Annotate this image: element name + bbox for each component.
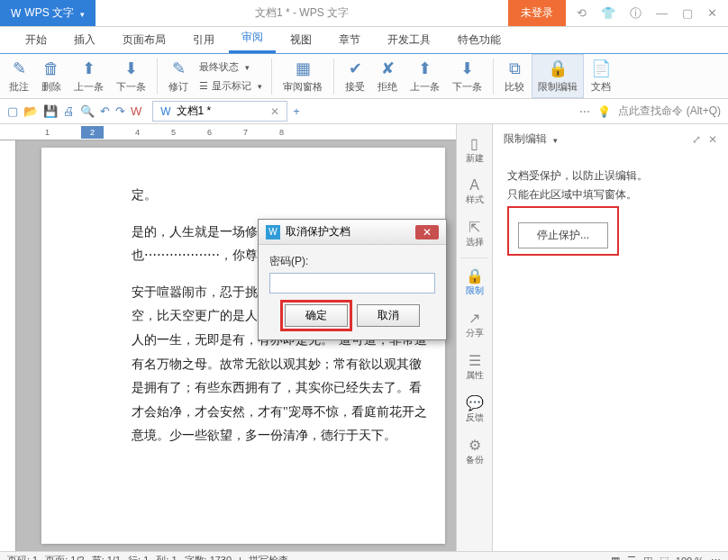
add-tab-icon[interactable]: + — [293, 104, 300, 118]
file-icon: ▯ — [470, 135, 478, 152]
btn-next[interactable]: ⬇下一条 — [111, 55, 151, 97]
doc-tab[interactable]: W 文档1 * ✕ — [152, 101, 287, 122]
reject-icon: ✘ — [381, 59, 395, 78]
side-restrict[interactable]: 🔒限制 — [457, 264, 492, 301]
dialog-close-button[interactable]: ✕ — [415, 225, 439, 239]
side-style[interactable]: A样式 — [457, 174, 492, 210]
show-marks-dropdown[interactable]: ☰显示标记 — [196, 77, 266, 95]
preview-icon[interactable]: 🔍 — [80, 104, 95, 118]
tab-start[interactable]: 开始 — [13, 27, 59, 53]
final-state-dropdown[interactable]: 最终状态 — [196, 59, 266, 76]
compare-icon: ⧉ — [509, 59, 521, 78]
btn-approve[interactable]: ✎批注 — [4, 55, 34, 97]
prev-icon: ⬆ — [82, 59, 96, 78]
ruler-horizontal[interactable]: 1 2 4 5 6 7 8 — [0, 124, 456, 140]
tab-insert[interactable]: 插入 — [61, 27, 108, 53]
side-feedback[interactable]: 💬反馈 — [457, 391, 492, 428]
redo-icon[interactable]: ↷ — [115, 104, 125, 118]
print-icon[interactable]: 🖨 — [63, 104, 75, 118]
status-spell[interactable]: 拼写检查 — [249, 554, 288, 560]
ruler-vertical[interactable] — [0, 140, 16, 551]
ok-button[interactable]: 确定 — [285, 304, 348, 327]
dialog-title-text: 取消保护文档 — [286, 224, 350, 239]
tab-view[interactable]: 视图 — [278, 27, 324, 53]
prev2-icon: ⬆ — [418, 59, 432, 78]
ribbon: ✎批注 🗑删除 ⬆上一条 ⬇下一条 ✎修订 最终状态 ☰显示标记 ▦审阅窗格 ✔… — [0, 54, 728, 99]
doc-tab-close-icon[interactable]: ✕ — [270, 105, 279, 118]
panel-expand-icon[interactable]: ⤢ — [692, 133, 701, 146]
login-button[interactable]: 未登录 — [508, 0, 566, 26]
comment-icon: ✎ — [13, 59, 26, 78]
tab-layout[interactable]: 页面布局 — [110, 27, 178, 53]
status-row[interactable]: 行: 1 — [128, 554, 149, 560]
panel-title: 限制编辑 — [504, 131, 547, 147]
more-icon[interactable]: ⋯ — [579, 105, 590, 118]
btn-revise[interactable]: ✎修订 — [163, 55, 194, 97]
view-mode3-icon[interactable]: ◫ — [643, 555, 652, 560]
minimize-button[interactable]: — — [652, 3, 671, 23]
side-select[interactable]: ⇱选择 — [457, 215, 492, 252]
status-more-icon[interactable]: ⋯ — [711, 555, 721, 560]
app-logo[interactable]: W WPS 文字 — [0, 0, 96, 26]
feedback-icon: 💬 — [466, 394, 484, 411]
info-icon[interactable]: ⓘ — [626, 2, 645, 25]
backup-icon: ⚙ — [469, 437, 481, 454]
document-page[interactable]: 定。 是的，人生就是一场修行败入无底的深渊；如果也⋯⋯⋯⋯⋯⋯，你尊我⋯百姓夜不… — [41, 148, 445, 544]
find-cmd-hint[interactable]: 点此查找命令 (Alt+Q) — [618, 104, 721, 119]
status-section[interactable]: 节: 1/1 — [92, 554, 121, 560]
btn-protect[interactable]: 📄文档 — [586, 55, 616, 97]
tab-dev[interactable]: 开发工具 — [375, 27, 443, 53]
btn-next2[interactable]: ⬇下一条 — [447, 55, 487, 97]
tab-feature[interactable]: 特色功能 — [445, 27, 514, 53]
status-words[interactable]: 字数: 1730 — [185, 554, 232, 560]
undo-icon[interactable]: ↶ — [100, 104, 110, 118]
tab-chapter[interactable]: 章节 — [326, 27, 373, 53]
btn-prev[interactable]: ⬆上一条 — [68, 55, 109, 97]
btn-accept[interactable]: ✔接受 — [340, 55, 370, 97]
status-page[interactable]: 页面: 1/2 — [45, 554, 84, 560]
doc-icon: 📄 — [591, 59, 611, 78]
lock-icon: 🔒 — [548, 59, 568, 78]
unprotect-dialog: W 取消保护文档 ✕ 密码(P): 确定 取消 — [258, 219, 447, 340]
side-share[interactable]: ↗分享 — [457, 306, 492, 343]
btn-review-pane[interactable]: ▦审阅窗格 — [278, 55, 328, 97]
accept-icon: ✔ — [349, 59, 362, 78]
new-icon[interactable]: ▢ — [7, 104, 18, 118]
shirt-icon[interactable]: 👕 — [597, 3, 619, 23]
restrict-icon: 🔒 — [466, 267, 484, 285]
btn-reject[interactable]: ✘拒绝 — [372, 55, 403, 97]
app-name: WPS 文字 — [24, 5, 74, 21]
cancel-button[interactable]: 取消 — [357, 304, 420, 327]
side-backup[interactable]: ⚙备份 — [457, 433, 492, 470]
style-icon: A — [469, 177, 479, 194]
btn-delete[interactable]: 🗑删除 — [36, 56, 67, 97]
view-mode4-icon[interactable]: ⬚ — [660, 555, 669, 560]
side-new[interactable]: ▯新建 — [457, 131, 492, 168]
next-icon: ⬇ — [124, 59, 138, 78]
btn-prev2[interactable]: ⬆上一条 — [405, 55, 445, 97]
panel-chevron-icon[interactable] — [551, 133, 558, 146]
status-page-no[interactable]: 页码: 1 — [7, 554, 38, 560]
password-input[interactable] — [269, 273, 435, 294]
title-center: 文档1 * - WPS 文字 — [96, 5, 508, 21]
view-mode2-icon[interactable]: ☰ — [627, 555, 636, 560]
status-col[interactable]: 列: 1 — [156, 554, 177, 560]
stop-protect-button[interactable]: 停止保护... — [518, 222, 608, 248]
wps-icon[interactable]: W — [131, 104, 141, 118]
tab-review[interactable]: 审阅 — [229, 24, 276, 53]
maximize-button[interactable]: ▢ — [678, 3, 696, 23]
open-icon[interactable]: 📂 — [23, 104, 38, 118]
panel-close-icon[interactable]: ✕ — [708, 133, 717, 146]
status-zoom[interactable]: 100 % — [676, 555, 704, 561]
btn-restrict[interactable]: 🔒限制编辑 — [532, 54, 584, 98]
tab-ref[interactable]: 引用 — [180, 27, 227, 53]
close-button[interactable]: ✕ — [704, 3, 721, 23]
main-tabs: 开始 插入 页面布局 引用 审阅 视图 章节 开发工具 特色功能 — [0, 27, 728, 54]
sync-icon[interactable]: ⟲ — [573, 3, 590, 23]
side-props[interactable]: ☰属性 — [457, 348, 492, 385]
save-icon[interactable]: 💾 — [43, 104, 58, 118]
view-mode1-icon[interactable]: ▦ — [611, 555, 620, 560]
btn-compare[interactable]: ⧉比较 — [499, 56, 530, 97]
panel-line1: 文档受保护，以防止误编辑。 — [507, 168, 714, 184]
dialog-w-icon: W — [266, 225, 280, 239]
